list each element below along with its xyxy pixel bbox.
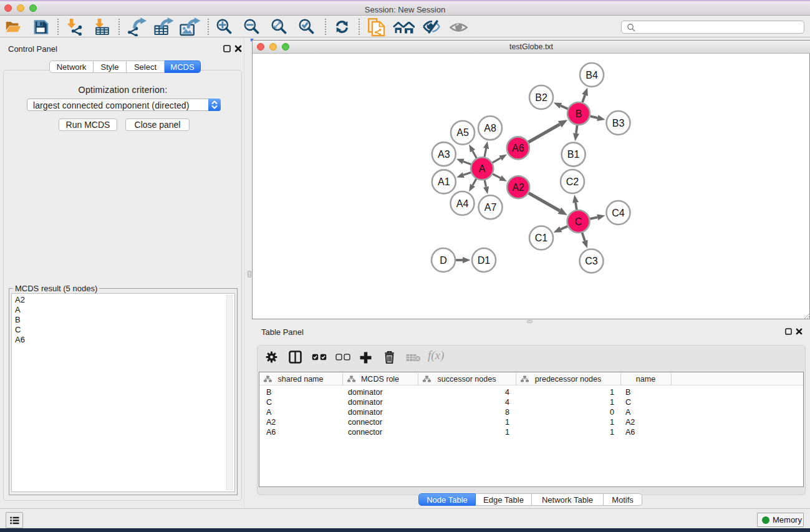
svg-text:B3: B3	[612, 118, 625, 128]
svg-text:A1: A1	[438, 177, 450, 187]
svg-text:C: C	[575, 216, 582, 227]
svg-text:A4: A4	[456, 198, 469, 209]
svg-text:A5: A5	[456, 127, 469, 138]
svg-text:C3: C3	[585, 256, 598, 266]
svg-text:C1: C1	[535, 233, 548, 243]
svg-text:C4: C4	[612, 208, 625, 218]
svg-text:A7: A7	[485, 202, 497, 213]
svg-text:B4: B4	[586, 70, 598, 80]
svg-text:B: B	[576, 109, 582, 119]
svg-text:A: A	[479, 163, 486, 174]
svg-text:A8: A8	[484, 123, 496, 133]
svg-text:B1: B1	[567, 149, 580, 160]
svg-text:D1: D1	[478, 255, 491, 266]
svg-text:A2: A2	[512, 182, 524, 193]
svg-text:A3: A3	[438, 149, 450, 160]
svg-text:C2: C2	[566, 177, 579, 187]
svg-text:D: D	[440, 255, 447, 266]
svg-text:B2: B2	[535, 92, 547, 103]
svg-text:A6: A6	[512, 143, 524, 153]
